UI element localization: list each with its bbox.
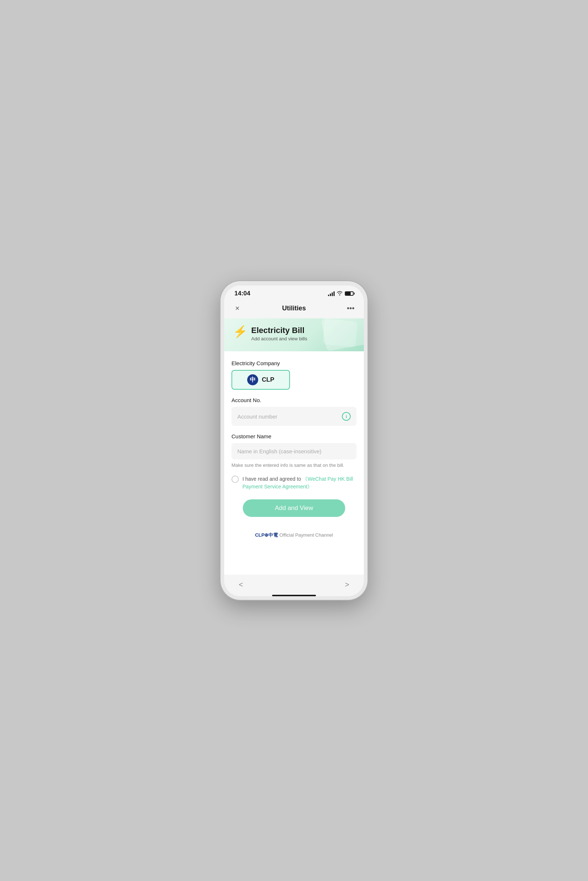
account-number-input[interactable] — [237, 414, 342, 420]
footer-clp-text: CLP — [255, 532, 264, 538]
status-time: 14:04 — [234, 290, 250, 297]
footer-clp-logo-inline: ⊕ — [264, 532, 268, 538]
close-button[interactable]: × — [231, 302, 243, 314]
hero-content: ⚡ Electricity Bill Add account and view … — [233, 326, 355, 342]
hero-title: Electricity Bill — [251, 326, 307, 335]
customer-name-label: Customer Name — [231, 433, 357, 439]
account-info-icon[interactable]: i — [342, 412, 351, 421]
bottom-nav: < > — [224, 575, 364, 593]
account-number-input-wrapper: i — [231, 407, 357, 426]
top-nav: × Utilities ••• — [224, 300, 364, 318]
agreement-section: I have read and agreed to 《WeChat Pay HK… — [231, 475, 357, 491]
signal-icon — [328, 291, 334, 296]
account-no-label: Account No. — [231, 397, 357, 403]
customer-name-section: Customer Name Make sure the entered info… — [231, 433, 357, 468]
clp-name: CLP — [262, 376, 274, 384]
battery-icon — [345, 291, 354, 296]
phone-shell: 14:04 — [220, 281, 368, 600]
status-icons — [328, 291, 354, 297]
footer-zhongdian: 中電 — [268, 532, 278, 538]
page-title: Utilities — [282, 304, 306, 312]
add-view-button[interactable]: Add and View — [243, 499, 345, 517]
form-hint: Make sure the entered info is same as th… — [231, 463, 357, 468]
more-button[interactable]: ••• — [345, 302, 357, 314]
customer-name-input-wrapper — [231, 443, 357, 460]
hero-section: ⚡ Electricity Bill Add account and view … — [224, 318, 364, 351]
footer-official: Official Payment Channel — [278, 532, 333, 538]
hero-text-group: Electricity Bill Add account and view bi… — [251, 326, 307, 342]
customer-name-input[interactable] — [237, 448, 351, 454]
electricity-company-label: Electricity Company — [231, 360, 357, 366]
clp-selector-button[interactable]: 中 CLP — [231, 370, 290, 390]
agreement-text: I have read and agreed to 《WeChat Pay HK… — [243, 475, 357, 491]
forward-button[interactable]: > — [338, 579, 357, 590]
form-area: Electricity Company 中 CLP Account No. i … — [224, 351, 364, 575]
agreement-prefix: I have read and agreed to — [243, 476, 302, 482]
wifi-icon — [337, 291, 343, 297]
hero-subtitle: Add account and view bills — [251, 336, 307, 342]
electricity-company-section: Electricity Company 中 CLP — [231, 360, 357, 390]
status-bar: 14:04 — [224, 286, 364, 300]
electricity-icon: ⚡ — [233, 326, 248, 337]
account-no-section: Account No. i — [231, 397, 357, 426]
home-indicator — [272, 595, 316, 596]
back-button[interactable]: < — [231, 579, 250, 590]
clp-logo: 中 — [247, 375, 258, 385]
phone-screen: 14:04 — [224, 286, 364, 596]
agreement-checkbox[interactable] — [231, 476, 239, 483]
footer-text: CLP⊕中電 Official Payment Channel — [255, 532, 333, 538]
footer-branding: CLP⊕中電 Official Payment Channel — [231, 526, 357, 544]
